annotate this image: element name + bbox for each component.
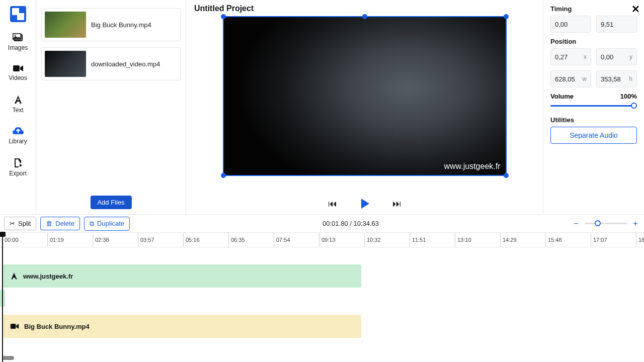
resize-handle[interactable] [221, 173, 226, 178]
preview-frame[interactable]: www.justgeek.fr [223, 16, 507, 176]
prev-frame-button[interactable]: ⏮ [328, 197, 337, 210]
volume-label: Volume [550, 93, 574, 100]
videos-icon [13, 64, 24, 72]
left-nav: Images Videos Text Library [0, 0, 36, 214]
horizontal-scrollbar[interactable] [2, 356, 14, 360]
nav-text[interactable]: Text [0, 93, 36, 116]
trash-icon: 🗑 [46, 220, 52, 227]
nav-text-label: Text [12, 107, 23, 114]
ruler-tick: 03:57 [138, 233, 154, 247]
timing-end-input[interactable]: 9,51 [596, 16, 637, 33]
copy-icon: ⧉ [90, 220, 94, 228]
video-clip[interactable]: Big Buck Bunny.mp4 [3, 315, 361, 338]
zoom-in-button[interactable]: + [631, 219, 640, 228]
position-label: Position [550, 38, 637, 45]
media-thumb [45, 12, 86, 38]
separate-audio-button[interactable]: Separate Audio [550, 127, 637, 144]
utilities-label: Utilities [550, 116, 637, 124]
playback-controls: ⏮ ⏭ [194, 194, 535, 211]
ruler-tick: 14:29 [500, 233, 517, 247]
export-icon [13, 158, 23, 168]
resize-handle[interactable] [504, 173, 509, 178]
resize-handle[interactable] [362, 14, 367, 19]
nav-images-label: Images [8, 44, 28, 51]
play-button[interactable] [358, 197, 371, 210]
delete-button[interactable]: 🗑 Delete [40, 217, 80, 230]
app-logo [10, 6, 26, 22]
timing-start-input[interactable]: 0,00 [550, 16, 591, 33]
nav-videos[interactable]: Videos [0, 62, 36, 83]
ruler-tick: 11:51 [410, 233, 426, 247]
text-icon [13, 95, 23, 105]
duplicate-button[interactable]: ⧉ Duplicate [84, 217, 130, 231]
timeline-tracks: www.justgeek.fr Big Buck Bunny.mp4 [0, 247, 644, 362]
properties-panel: ✕ Timing 0,00 9,51 Position 0,27x 0,00y … [543, 0, 644, 214]
ruler-tick: 06:35 [228, 233, 245, 247]
nav-library-label: Library [9, 138, 27, 145]
media-name: Big Buck Bunny.mp4 [91, 21, 151, 29]
svg-rect-4 [11, 324, 16, 329]
playhead[interactable] [2, 233, 3, 362]
pos-x-input[interactable]: 0,27x [550, 48, 591, 65]
volume-thumb[interactable] [631, 103, 637, 109]
split-label: Split [18, 220, 31, 227]
split-button[interactable]: ✂ Split [4, 217, 36, 230]
zoom-knob[interactable] [595, 220, 601, 226]
media-thumb [45, 51, 86, 77]
zoom-slider[interactable] [585, 223, 627, 224]
nav-export[interactable]: Export [0, 156, 36, 179]
zoom-control: − + [572, 219, 640, 228]
ruler-tick: 05:16 [183, 233, 200, 247]
svg-point-2 [14, 35, 16, 36]
nav-images[interactable]: Images [0, 31, 36, 53]
timecode: 00:01.80 / 10:34.63 [323, 220, 379, 227]
timeline-ruler[interactable]: 00:0001:1902:3803:5705:1606:3507:5409:13… [0, 232, 644, 247]
ruler-tick: 18:2 [636, 233, 644, 247]
nav-videos-label: Videos [9, 74, 27, 81]
timing-label: Timing [550, 5, 637, 13]
media-item[interactable]: downloaded_video.mp4 [41, 47, 181, 80]
ruler-tick: 07:54 [274, 233, 290, 247]
preview-stage: www.justgeek.fr [194, 16, 535, 194]
next-frame-button[interactable]: ⏭ [392, 197, 401, 210]
text-clip-icon [10, 272, 18, 280]
timeline-toolbar: ✂ Split 🗑 Delete ⧉ Duplicate 00:01.80 / … [0, 214, 644, 232]
ruler-tick: 09:13 [319, 233, 336, 247]
close-icon[interactable]: ✕ [631, 3, 640, 15]
ruler-tick: 15:48 [545, 233, 562, 247]
volume-value: 100% [620, 93, 637, 100]
ruler-tick: 17:07 [591, 233, 607, 247]
project-title: Untitled Project [194, 4, 535, 13]
text-clip-label: www.justgeek.fr [23, 273, 73, 280]
resize-handle[interactable] [504, 14, 509, 19]
text-clip[interactable]: www.justgeek.fr [3, 264, 361, 288]
video-clip-label: Big Buck Bunny.mp4 [24, 323, 90, 330]
media-list: Big Buck Bunny.mp4 downloaded_video.mp4 … [36, 0, 186, 214]
pos-w-input[interactable]: 628,05w [550, 70, 591, 87]
ruler-tick: 10:32 [364, 233, 381, 247]
media-name: downloaded_video.mp4 [91, 60, 160, 68]
nav-export-label: Export [9, 170, 27, 177]
add-files-button[interactable]: Add Files [90, 196, 131, 209]
preview-panel: Untitled Project www.justgeek.fr ⏮ ⏭ [186, 0, 543, 214]
images-icon [13, 33, 24, 42]
ruler-tick: 02:38 [93, 233, 109, 247]
volume-slider[interactable] [550, 102, 637, 109]
video-clip-icon [10, 323, 19, 330]
ruler-tick: 13:10 [455, 233, 471, 247]
preview-watermark: www.justgeek.fr [444, 162, 500, 171]
duplicate-label: Duplicate [97, 220, 124, 227]
ruler-tick: 01:19 [47, 233, 64, 247]
nav-library[interactable]: Library [0, 125, 36, 147]
scissors-icon: ✂ [10, 220, 15, 227]
pos-h-input[interactable]: 353,58h [596, 70, 637, 87]
library-icon [13, 127, 24, 136]
svg-rect-3 [13, 65, 20, 71]
delete-label: Delete [55, 220, 74, 227]
zoom-out-button[interactable]: − [572, 219, 581, 228]
volume-track [550, 105, 637, 107]
resize-handle[interactable] [221, 14, 226, 19]
media-item[interactable]: Big Buck Bunny.mp4 [41, 8, 181, 41]
pos-y-input[interactable]: 0,00y [596, 48, 637, 65]
